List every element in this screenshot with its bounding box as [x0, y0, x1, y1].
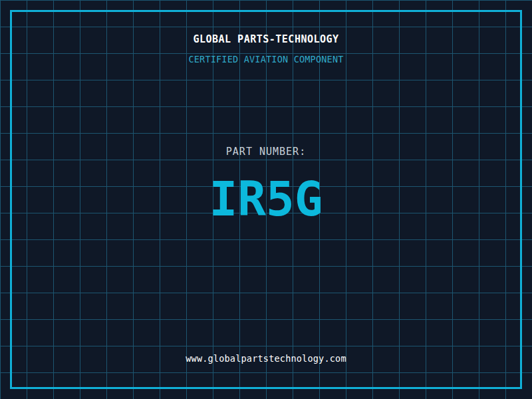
certification-subtitle: CERTIFIED AVIATION COMPONENT: [0, 54, 532, 65]
company-name: GLOBAL PARTS-TECHNOLOGY: [0, 33, 532, 45]
website-url: www.globalpartstechnology.com: [0, 353, 532, 364]
part-number-value: IR5G: [0, 176, 532, 223]
part-number-label: PART NUMBER:: [0, 146, 532, 158]
blueprint-card: GLOBAL PARTS-TECHNOLOGY CERTIFIED AVIATI…: [0, 0, 532, 399]
